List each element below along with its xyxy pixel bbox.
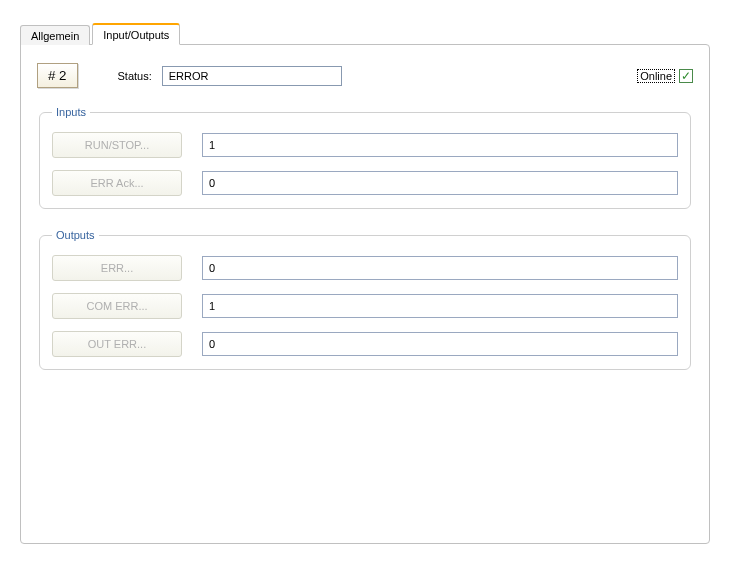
err-ack-value[interactable]: [202, 171, 678, 195]
online-group: Online ✓: [637, 69, 693, 83]
run-stop-button: RUN/STOP...: [52, 132, 182, 158]
err-button: ERR...: [52, 255, 182, 281]
check-icon: ✓: [681, 70, 691, 82]
inputs-legend: Inputs: [52, 106, 90, 118]
tab-bar: Allgemein Input/Outputs: [20, 20, 722, 44]
tab-allgemein[interactable]: Allgemein: [20, 25, 90, 45]
tab-panel: # 2 Status: Online ✓ Inputs RUN/STOP... …: [20, 44, 710, 544]
online-label: Online: [637, 69, 675, 83]
online-checkbox[interactable]: ✓: [679, 69, 693, 83]
out-err-button: OUT ERR...: [52, 331, 182, 357]
outputs-legend: Outputs: [52, 229, 99, 241]
output-row: COM ERR...: [52, 293, 678, 319]
outputs-group: Outputs ERR... COM ERR... OUT ERR...: [39, 229, 691, 370]
err-ack-button: ERR Ack...: [52, 170, 182, 196]
com-err-button: COM ERR...: [52, 293, 182, 319]
output-row: OUT ERR...: [52, 331, 678, 357]
status-field[interactable]: [162, 66, 342, 86]
run-stop-value[interactable]: [202, 133, 678, 157]
input-row: RUN/STOP...: [52, 132, 678, 158]
input-row: ERR Ack...: [52, 170, 678, 196]
tab-input-outputs[interactable]: Input/Outputs: [92, 23, 180, 45]
top-row: # 2 Status: Online ✓: [37, 63, 693, 88]
out-err-value[interactable]: [202, 332, 678, 356]
err-value[interactable]: [202, 256, 678, 280]
status-label: Status:: [118, 70, 152, 82]
inputs-group: Inputs RUN/STOP... ERR Ack...: [39, 106, 691, 209]
output-row: ERR...: [52, 255, 678, 281]
number-button[interactable]: # 2: [37, 63, 78, 88]
com-err-value[interactable]: [202, 294, 678, 318]
